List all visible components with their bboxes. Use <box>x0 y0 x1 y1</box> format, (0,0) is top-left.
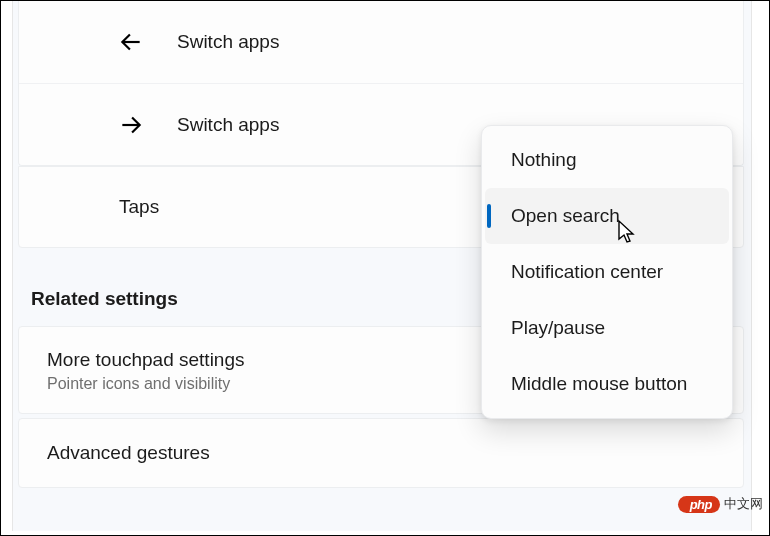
dropdown-item-label: Play/pause <box>511 317 605 339</box>
watermark-badge: php <box>678 496 720 513</box>
dropdown-item-label: Open search <box>511 205 620 227</box>
card-text: More touchpad settings Pointer icons and… <box>47 347 245 393</box>
dropdown-item-nothing[interactable]: Nothing <box>485 132 729 188</box>
dropdown-item-play-pause[interactable]: Play/pause <box>485 300 729 356</box>
arrow-left-icon <box>107 29 155 55</box>
dropdown-item-middle-mouse[interactable]: Middle mouse button <box>485 356 729 412</box>
watermark-text: 中文网 <box>724 495 763 513</box>
dropdown-item-label: Middle mouse button <box>511 373 687 395</box>
dropdown-item-label: Nothing <box>511 149 577 171</box>
gesture-label: Switch apps <box>155 114 279 136</box>
dropdown-item-open-search[interactable]: Open search <box>485 188 729 244</box>
taps-label: Taps <box>119 196 159 218</box>
dropdown-item-notification-center[interactable]: Notification center <box>485 244 729 300</box>
card-subtitle: Pointer icons and visibility <box>47 375 245 393</box>
watermark: php 中文网 <box>678 495 763 513</box>
gesture-label: Switch apps <box>155 31 279 53</box>
advanced-gestures-row[interactable]: Advanced gestures <box>18 418 744 488</box>
gesture-row-back[interactable]: Switch apps <box>19 1 743 83</box>
card-title: More touchpad settings <box>47 347 245 373</box>
card-title: Advanced gestures <box>47 440 210 466</box>
dropdown-item-label: Notification center <box>511 261 663 283</box>
taps-dropdown: Nothing Open search Notification center … <box>481 125 733 419</box>
arrow-right-icon <box>107 112 155 138</box>
cursor-icon <box>617 219 637 249</box>
